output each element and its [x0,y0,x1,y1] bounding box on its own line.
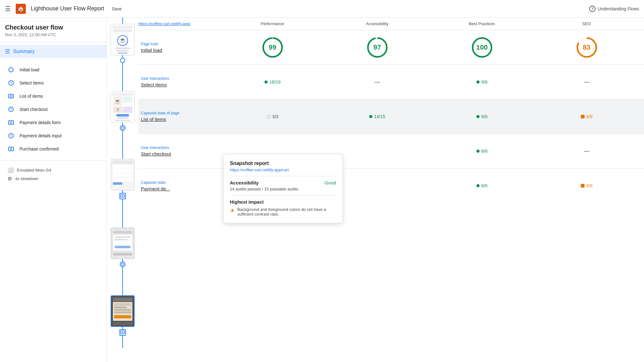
section-name[interactable]: Start checkout [141,151,220,156]
svg-rect-1 [8,94,14,98]
help-button[interactable]: ? Understanding Flows [589,6,639,12]
tooltip-title: Snapshot report [230,161,336,166]
snapshot-icon [8,93,14,100]
thumb-payment [111,295,135,327]
sidebar-item-purchase-confirmed[interactable]: Purchase confirmed [0,142,107,156]
score-bp-list: 6/6 [430,114,534,119]
device-info: ⬜ Emulated Moto G4 ⚙ 4x slowdown [0,163,107,185]
section-name[interactable]: Select Items [141,82,220,87]
accessibility-header: Accessibility [325,21,430,26]
app-title: Lighthouse User Flow Report [31,5,104,12]
score-badge-6-6-b: 6/6 [476,183,487,188]
section-type: Page load [141,42,220,46]
seo-header: SEO [534,21,639,26]
performance-header: Performance [220,21,325,26]
sidebar-item-payment-form[interactable]: Payment details form [0,116,107,129]
flow-title: Checkout user flow [0,18,107,32]
score-value: 97 [373,43,381,52]
score-row-checkout: User interactions Start checkout 8/8 [138,134,644,168]
score-circle-99: 99 [262,37,283,58]
svg-rect-18 [112,93,133,96]
column-headers: https://coffee-cart.netlify.app/ Perform… [138,18,644,30]
score-badge-6-9: 6/9 [581,114,592,119]
badge-value: 8/8 [481,149,487,154]
score-seo-list: 6/9 [534,114,639,119]
badge-value: 6/9 [586,183,592,188]
snapshot-tooltip[interactable]: Snapshot report https://coffee-cart.netl… [223,154,343,223]
clock-icon [8,80,14,86]
main-content: ☕ [107,18,644,362]
svg-rect-34 [113,178,132,182]
svg-rect-33 [113,173,132,177]
orange-square [581,184,585,188]
score-badge-3-3: 3/3 [267,114,278,119]
sidebar-item-list-of-items[interactable]: List of items [0,90,107,103]
green-dot [476,150,480,153]
section-type: Captured state [141,180,220,185]
score-badge-6-9-b: 6/9 [581,183,592,188]
url-header[interactable]: https://coffee-cart.netlify.app/ [138,21,220,26]
device-icon: ⬜ [8,167,14,173]
score-circle-83: 83 [576,37,597,58]
section-type: Captured state of page [141,111,220,115]
device-model: ⬜ Emulated Moto G4 [8,167,99,173]
badge-value: 3/3 [272,114,278,119]
flow-date: Nov 3, 2021, 12:00 AM UTC [0,32,107,42]
svg-rect-7 [8,147,14,151]
svg-text:☕: ☕ [119,37,126,44]
sidebar-item-payment-input[interactable]: Payment details input [0,129,107,142]
circle-icon [8,66,14,73]
sidebar-item-initial-load[interactable]: Initial load [0,63,107,76]
svg-rect-53 [114,315,131,318]
tooltip-desc: 14 audits passed / 15 passable audits [230,187,336,191]
svg-rect-11 [113,30,132,32]
section-label-list: Captured state of page List of items [138,111,220,122]
score-badge-6-6: 6/6 [476,114,487,119]
menu-icon[interactable]: ☰ [5,5,11,13]
section-type: User interactions [141,145,220,150]
section-name[interactable]: List of items [141,117,220,122]
slowdown-label: 4x slowdown [15,176,38,181]
svg-rect-42 [115,239,127,240]
sidebar-summary-item[interactable]: ☰ Summary [0,45,107,58]
orange-square [581,115,585,118]
score-seo-checkout: — [534,148,639,154]
save-button[interactable]: Save [112,6,122,11]
score-value: 99 [269,43,276,52]
sidebar-divider-2 [0,161,107,161]
sidebar-item-label: Initial load [19,67,39,72]
svg-point-5 [10,122,12,123]
gray-dot [267,115,270,118]
score-a11y-initial: 97 [325,37,430,58]
svg-text:☕: ☕ [114,98,121,104]
section-name[interactable]: Payment de... [141,186,220,191]
score-bp-initial: 100 [430,37,534,58]
tooltip-impact-title: Highest impact [230,199,336,205]
score-a11y-select: — [325,79,430,85]
svg-rect-26 [118,117,127,119]
thumb-select: ☕ 🥤 [111,91,135,123]
sidebar-item-select-items[interactable]: Select Items [0,76,107,90]
sidebar-item-label: Purchase confirmed [19,146,59,151]
tooltip-url[interactable]: https://coffee-cart.netlify.app/cart [230,167,336,172]
svg-rect-24 [123,107,132,113]
scores-area: https://coffee-cart.netlify.app/ Perform… [138,18,644,348]
green-dot [264,80,268,84]
section-label-initial: Page load Initial load [138,42,220,53]
svg-rect-52 [114,311,131,313]
list-icon: ☰ [5,48,10,55]
snapshot-icon [8,145,14,152]
section-name[interactable]: Initial load [141,47,220,53]
svg-rect-23 [123,96,132,103]
timeline-node-payment [119,329,126,336]
svg-text:🥤: 🥤 [116,108,120,112]
sidebar-item-start-checkout[interactable]: Start checkout [0,103,107,116]
score-row-payment-cap: Captured state Payment de... 6/6 [138,168,644,203]
badge-value: 6/9 [586,114,592,119]
dash-a11y: — [375,79,380,85]
sidebar-item-label: Payment details form [19,120,61,125]
score-row-list: Captured state of page List of items 3/3… [138,99,644,134]
green-dot [476,184,480,187]
score-perf-select: 18/19 [220,80,325,85]
svg-rect-4 [8,121,14,124]
